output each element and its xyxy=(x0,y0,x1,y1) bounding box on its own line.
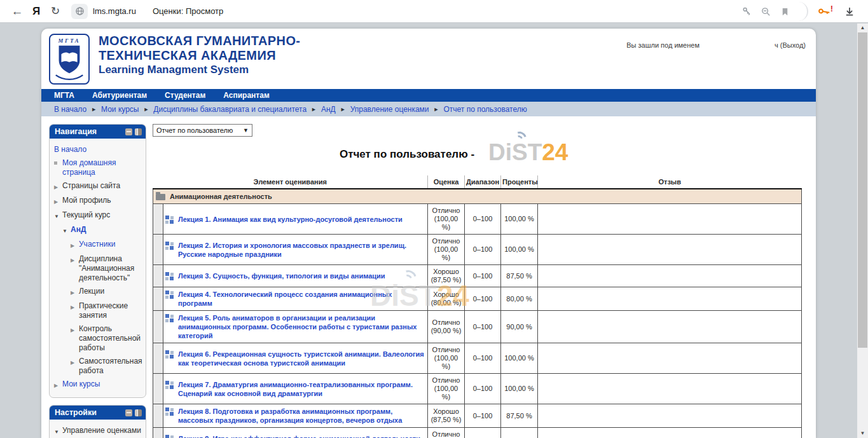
grade-item-link[interactable]: Лекция 2. История и хронология массовых … xyxy=(178,241,425,259)
grade-item-row: Лекция 9. Игра как эффективная форма ани… xyxy=(153,428,802,438)
indent-cell xyxy=(153,374,163,404)
menubar: МГТААбитуриентамСтудентамАспирантам xyxy=(41,89,816,102)
triangle-right-icon xyxy=(54,380,62,390)
collapse-block-icon[interactable] xyxy=(125,128,132,135)
dist24-watermark: DiST24 xyxy=(370,281,469,310)
zoom-page-icon[interactable] xyxy=(756,2,775,21)
breadcrumb-link[interactable]: Дисциплины бакалавриата и специалитета xyxy=(153,105,307,114)
percent-cell: 100,00 % xyxy=(501,204,538,235)
range-cell: 0–100 xyxy=(465,265,501,287)
sidebar-item[interactable]: Мои курсы xyxy=(54,378,143,392)
grade-item-link[interactable]: Лекция 5. Роль аниматоров в организации … xyxy=(178,313,425,340)
menubar-item[interactable]: Аспирантам xyxy=(223,91,270,100)
feedback-cell xyxy=(538,374,802,404)
grade-item-link[interactable]: Лекция 7. Драматургия анимационно-театра… xyxy=(178,380,425,398)
percent-cell: 90,00 % xyxy=(501,311,538,343)
range-cell: 0–100 xyxy=(465,204,501,235)
bookmark-icon[interactable] xyxy=(775,2,794,21)
back-icon[interactable]: ← xyxy=(8,2,27,21)
sidebar-item[interactable]: Участники xyxy=(71,238,143,252)
sidebar-item[interactable]: Практические занятия xyxy=(71,299,143,322)
percent-cell: 87,50 % xyxy=(501,404,538,428)
breadcrumb-separator-icon: ► xyxy=(91,106,97,113)
settings-block-header: Настройки xyxy=(50,406,146,420)
sidebar-item[interactable]: Дисциплина "Анимационная деятельность" xyxy=(71,252,143,285)
percent-cell: 100,00 % xyxy=(501,428,538,438)
grade-percent: (100,00 %) xyxy=(430,245,462,262)
grade-word: Отлично xyxy=(430,318,462,327)
collapse-block-icon[interactable] xyxy=(125,409,132,416)
menubar-item[interactable]: Абитуриентам xyxy=(92,91,147,100)
password-alert-icon[interactable]: ! xyxy=(815,2,834,21)
grade-item-link[interactable]: Лекция 1. Анимация как вид культурно-дос… xyxy=(178,215,403,224)
navigation-block-header: Навигация xyxy=(50,125,146,139)
grade-word: Отлично xyxy=(430,430,462,438)
sidebar-item[interactable]: АнД xyxy=(62,223,143,238)
sidebar-item[interactable]: Страницы сайта xyxy=(54,179,143,194)
triangle-right-icon xyxy=(54,196,62,207)
feedback-cell xyxy=(538,204,802,235)
triangle-down-icon xyxy=(54,426,62,437)
grade-word: Хорошо xyxy=(430,407,462,416)
feedback-cell xyxy=(538,404,802,428)
refresh-icon[interactable]: ↻ xyxy=(46,2,65,21)
grade-item-link[interactable]: Лекция 9. Игра как эффективная форма ани… xyxy=(178,434,425,438)
yandex-icon[interactable]: Я xyxy=(27,2,46,21)
feedback-cell xyxy=(538,343,802,374)
breadcrumb-link[interactable]: Управление оценками xyxy=(350,105,429,114)
breadcrumb-link[interactable]: Мои курсы xyxy=(101,105,139,114)
sidebar-item-label: Лекции xyxy=(79,287,104,298)
site-globe-icon[interactable] xyxy=(71,4,88,19)
sidebar-item[interactable]: Мой профиль xyxy=(54,194,143,209)
scroll-up-icon[interactable]: ▲ xyxy=(857,24,868,32)
lesson-icon xyxy=(165,314,174,322)
feedback-cell xyxy=(538,311,802,343)
grade-item-cell: Лекция 1. Анимация как вид культурно-дос… xyxy=(163,204,428,235)
navigation-list: В началоМоя домашняя страницаСтраницы са… xyxy=(50,139,146,397)
grade-cell: Отлично(100,00 %) xyxy=(428,428,465,438)
grade-word: Хорошо xyxy=(430,268,462,276)
vertical-scrollbar[interactable]: ▲ ▼ xyxy=(857,24,868,438)
grade-item-link[interactable]: Лекция 8. Подготовка и разработка анимац… xyxy=(178,407,425,425)
breadcrumb-link[interactable]: В начало xyxy=(54,105,86,114)
sidebar-item[interactable]: Лекции xyxy=(71,285,143,299)
report-select[interactable]: Отчет по пользователю xyxy=(153,124,252,137)
download-icon[interactable] xyxy=(840,2,859,21)
sidebar-item-label: АнД xyxy=(71,225,86,236)
indent-cell xyxy=(153,404,163,428)
logout-link[interactable]: ч (Выход) xyxy=(775,41,806,49)
password-manager-icon[interactable] xyxy=(737,2,756,21)
sidebar-item[interactable]: Контроль самостоятельной работы xyxy=(71,322,143,355)
settings-list: Управление оценкамиОбзорный отчетОтчет п… xyxy=(50,420,146,438)
col-header-percent: Проценты xyxy=(501,175,538,189)
sidebar-item[interactable]: Самостоятельная работа xyxy=(71,355,143,378)
page-title: Отчет по пользователю - xyxy=(153,148,661,161)
navigation-block: Навигация В началоМоя домашняя страницаС… xyxy=(49,124,146,398)
bullet-icon xyxy=(54,158,62,177)
breadcrumb-link[interactable]: АнД xyxy=(321,105,336,114)
scrollbar-thumb[interactable] xyxy=(858,32,867,348)
percent-cell: 100,00 % xyxy=(501,343,538,374)
scroll-down-icon[interactable]: ▼ xyxy=(857,429,868,438)
sidebar-item-label: Самостоятельная работа xyxy=(79,357,143,376)
col-header-grade: Оценка xyxy=(428,175,465,189)
block-title: Навигация xyxy=(55,127,123,136)
breadcrumb-link[interactable]: Отчет по пользователю xyxy=(444,105,527,114)
sidebar-item[interactable]: В начало xyxy=(54,143,143,156)
grade-item-link[interactable]: Лекция 3. Сущность, функция, типология и… xyxy=(178,271,385,280)
sidebar-item[interactable]: Моя домашняя страница xyxy=(54,156,143,179)
grade-item-link[interactable]: Лекция 6. Рекреационная сущность туристс… xyxy=(178,350,425,367)
menubar-item[interactable]: МГТА xyxy=(54,91,74,100)
menubar-item[interactable]: Студентам xyxy=(165,91,205,100)
grade-item-cell: Лекция 7. Драматургия анимационно-театра… xyxy=(163,374,428,404)
dock-block-icon[interactable] xyxy=(135,409,142,416)
dock-block-icon[interactable] xyxy=(135,128,142,135)
feedback-cell xyxy=(538,265,802,287)
sidebar-item[interactable]: Текущий курс xyxy=(54,209,143,223)
lesson-icon xyxy=(165,381,174,389)
breadcrumb-separator-icon: ► xyxy=(311,106,317,113)
sidebar-item[interactable]: Управление оценками xyxy=(54,424,143,438)
grade-cell: Отлично(100,00 %) xyxy=(428,374,465,404)
address-url[interactable]: lms.mgta.ru xyxy=(93,6,136,16)
folder-icon xyxy=(156,194,165,200)
